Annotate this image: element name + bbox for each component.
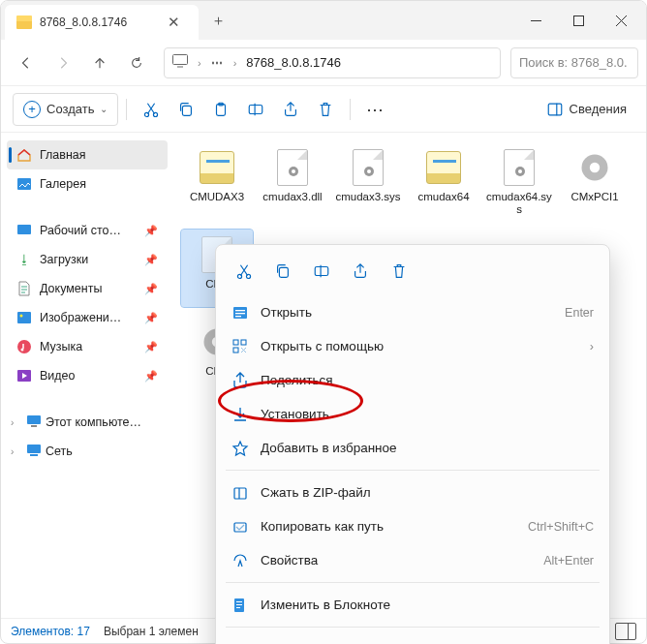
- sidebar-item-pictures[interactable]: Изображени… 📌: [7, 303, 168, 332]
- ctx-open[interactable]: Открыть Enter: [216, 295, 609, 329]
- svg-rect-43: [236, 601, 242, 602]
- chevron-right-icon: ›: [198, 57, 201, 69]
- file-item[interactable]: cmudax3.dll: [257, 142, 328, 220]
- chevron-right-icon: ›: [11, 417, 22, 428]
- ctx-favorite[interactable]: Добавить в избранное: [216, 431, 609, 465]
- open-icon: [231, 304, 249, 322]
- ctx-share[interactable]: Поделиться: [216, 363, 609, 397]
- pin-icon: 📌: [144, 225, 158, 237]
- new-label: Создать: [46, 102, 94, 116]
- ctx-hint: Alt+Enter: [543, 554, 594, 567]
- file-item[interactable]: cmudax64: [408, 142, 479, 220]
- copy-button[interactable]: [169, 93, 202, 126]
- sidebar-item-label: Галерея: [40, 177, 86, 191]
- details-button[interactable]: Сведения: [539, 93, 634, 126]
- new-button[interactable]: + Создать ⌄: [13, 93, 118, 126]
- tab-close-button[interactable]: ✕: [160, 9, 187, 36]
- sidebar-item-home[interactable]: Главная: [7, 140, 168, 169]
- breadcrumb-current[interactable]: 8768_8.0.8.1746: [246, 55, 341, 70]
- ctx-copy-button[interactable]: [264, 255, 301, 288]
- ctx-copy-path[interactable]: Копировать как путь Ctrl+Shift+C: [216, 509, 609, 543]
- ctx-more-options[interactable]: Показать дополнительные параметры: [216, 632, 609, 644]
- svg-rect-35: [235, 313, 245, 314]
- ctx-rename-button[interactable]: [303, 255, 340, 288]
- ctx-open-with[interactable]: Открыть с помощью ›: [216, 329, 609, 363]
- up-button[interactable]: [82, 46, 117, 80]
- chevron-right-icon: ›: [233, 57, 237, 69]
- svg-rect-37: [233, 340, 238, 345]
- download-icon: ⭳: [16, 252, 32, 267]
- title-bar: 8768_8.0.8.1746 ✕ ＋: [1, 1, 646, 40]
- forward-button[interactable]: [46, 46, 80, 80]
- sidebar-item-documents[interactable]: Документы 📌: [7, 274, 168, 303]
- sidebar-item-label: Сеть: [46, 445, 73, 458]
- close-button[interactable]: [600, 1, 642, 40]
- sidebar-item-videos[interactable]: Видео 📌: [7, 361, 168, 390]
- share-icon: [231, 372, 249, 389]
- svg-rect-17: [31, 425, 37, 427]
- svg-point-30: [246, 274, 250, 278]
- sidebar-item-label: Рабочий сто…: [40, 224, 121, 237]
- details-view-button[interactable]: [615, 623, 636, 640]
- more-button[interactable]: ⋯: [358, 93, 393, 126]
- file-name: CMxPCI1: [570, 191, 618, 216]
- rename-button[interactable]: [239, 93, 272, 126]
- sidebar-item-this-pc[interactable]: › Этот компьюте…: [7, 408, 168, 437]
- svg-rect-18: [27, 445, 41, 453]
- file-name: cmudax64.sys: [485, 191, 553, 216]
- delete-button[interactable]: [309, 93, 342, 126]
- refresh-button[interactable]: [119, 46, 154, 80]
- sidebar-item-label: Этот компьюте…: [46, 415, 141, 429]
- ctx-label: Копировать как путь: [261, 519, 516, 534]
- ctx-label: Открыть: [261, 305, 553, 320]
- video-icon: [16, 368, 32, 383]
- cut-button[interactable]: [135, 93, 168, 126]
- sidebar-item-music[interactable]: Музыка 📌: [7, 332, 168, 361]
- ctx-share-button[interactable]: [342, 255, 379, 288]
- ctx-install[interactable]: Установить: [216, 397, 609, 431]
- paste-button[interactable]: [204, 93, 237, 126]
- file-item[interactable]: cmudax3.sys: [332, 142, 404, 220]
- ctx-label: Изменить в Блокноте: [261, 598, 594, 612]
- svg-point-3: [154, 112, 158, 116]
- search-input[interactable]: Поиск в: 8768_8.0.: [510, 47, 638, 78]
- network-icon: [26, 444, 42, 460]
- minimize-button[interactable]: [514, 1, 557, 40]
- ctx-notepad[interactable]: Изменить в Блокноте: [216, 588, 609, 622]
- file-icon: [347, 146, 389, 189]
- status-count: Элементов: 17: [11, 625, 90, 638]
- file-item[interactable]: cmudax64.sys: [483, 142, 555, 220]
- tab-active[interactable]: 8768_8.0.8.1746 ✕: [5, 5, 199, 40]
- ctx-cut-button[interactable]: [226, 255, 262, 288]
- ctx-label: Добавить в избранное: [261, 441, 594, 455]
- svg-rect-40: [234, 488, 246, 499]
- pictures-icon: [16, 310, 32, 325]
- ctx-hint: Ctrl+Shift+C: [528, 520, 594, 534]
- sidebar-item-label: Главная: [40, 148, 86, 162]
- ctx-label: Поделиться: [261, 373, 594, 387]
- sidebar-item-network[interactable]: › Сеть: [7, 437, 168, 466]
- file-item[interactable]: CMUDAX3: [181, 142, 253, 220]
- file-icon: [498, 146, 540, 189]
- svg-rect-16: [27, 415, 41, 424]
- navigation-pane: Главная Галерея Рабочий сто… 📌 ⭳ Загрузк…: [1, 133, 173, 618]
- gallery-icon: [16, 176, 32, 192]
- context-menu-actions: [216, 251, 609, 295]
- sidebar-item-gallery[interactable]: Галерея: [7, 169, 168, 199]
- svg-rect-31: [279, 267, 288, 277]
- file-name: cmudax3.dll: [262, 191, 322, 216]
- path-ellipsis[interactable]: ⋯: [211, 56, 224, 70]
- document-icon: [16, 281, 32, 296]
- ctx-properties[interactable]: Свойства Alt+Enter: [216, 543, 609, 577]
- ctx-zip[interactable]: Сжать в ZIP-файл: [216, 475, 609, 509]
- file-item[interactable]: CMxPCI1: [559, 142, 631, 220]
- back-button[interactable]: [9, 46, 44, 80]
- ctx-delete-button[interactable]: [381, 255, 417, 288]
- new-tab-button[interactable]: ＋: [204, 7, 231, 34]
- sidebar-item-downloads[interactable]: ⭳ Загрузки 📌: [7, 245, 168, 274]
- sidebar-item-desktop[interactable]: Рабочий сто… 📌: [7, 216, 168, 245]
- address-bar[interactable]: › ⋯ › 8768_8.0.8.1746: [164, 47, 501, 78]
- share-button[interactable]: [274, 93, 307, 126]
- command-bar: + Создать ⌄ ⋯ Сведения: [1, 86, 646, 133]
- maximize-button[interactable]: [557, 1, 600, 40]
